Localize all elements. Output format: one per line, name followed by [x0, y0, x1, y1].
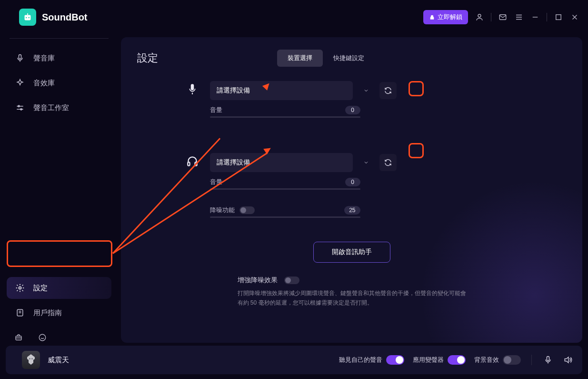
lock-icon	[429, 14, 435, 20]
user-icon[interactable]	[475, 12, 484, 22]
header-actions: 立即解鎖	[423, 10, 579, 24]
svg-rect-3	[27, 13, 28, 15]
mic-volume-value: 0	[345, 106, 360, 114]
audio-assistant-button[interactable]: 開啟音訊助手	[313, 242, 390, 263]
menu-icon[interactable]	[514, 12, 524, 22]
chevron-down-icon	[363, 88, 369, 93]
enhance-toggle[interactable]	[284, 277, 299, 284]
hear-self-toggle[interactable]	[386, 355, 404, 365]
brand-icon	[19, 9, 36, 26]
hear-self-toggle-group: 聽見自己的聲音	[339, 355, 404, 365]
enhance-description: 打開降噪增強效果將減少周圍環境聲音、鍵盤聲音和其他聲音的干擾，但聲音的變化可能會…	[238, 288, 466, 308]
sidebar-item-label: 用戶指南	[33, 308, 62, 318]
noise-reduction-value: 25	[344, 206, 360, 215]
output-volume-slider[interactable]	[210, 188, 360, 190]
settings-tabs: 裝置選擇 快捷鍵設定	[277, 50, 375, 67]
microphone-icon	[185, 82, 199, 96]
minimize-icon[interactable]	[530, 12, 540, 22]
noise-reduction-slider[interactable]	[210, 216, 360, 218]
svg-point-10	[19, 287, 21, 289]
gear-icon	[15, 283, 25, 293]
output-refresh-button[interactable]	[379, 154, 397, 171]
sparkle-icon	[15, 78, 25, 88]
mic-icon	[15, 53, 25, 63]
mic-section: 請選擇設備 音量 0	[185, 81, 518, 128]
headphone-icon	[185, 154, 199, 168]
output-device-select[interactable]: 請選擇設備	[210, 153, 353, 172]
svg-rect-14	[188, 162, 189, 166]
chevron-down-icon	[363, 160, 369, 165]
sidebar-item-voices[interactable]: 聲音庫	[7, 47, 111, 69]
mic-volume-slider[interactable]	[210, 116, 360, 118]
sliders-icon	[15, 103, 25, 113]
svg-rect-7	[19, 55, 21, 59]
refresh-icon	[384, 158, 392, 167]
sidebar-item-label: 音效庫	[33, 79, 55, 88]
svg-rect-16	[547, 357, 549, 361]
mic-select-chevron[interactable]	[359, 84, 373, 97]
sidebar-item-studio[interactable]: 聲音工作室	[7, 97, 111, 119]
enhance-title: 增強降噪效果	[238, 276, 278, 285]
svg-point-1	[26, 17, 27, 19]
voice-changer-toggle-group: 應用變聲器	[413, 355, 466, 365]
svg-point-4	[478, 14, 481, 17]
sidebar: 聲音庫 音效庫 聲音工作室 設定 用戶指南	[0, 34, 118, 346]
mic-refresh-button[interactable]	[379, 82, 397, 99]
sidebar-item-sounds[interactable]: 音效庫	[7, 72, 111, 94]
brand-name: SoundBot	[42, 12, 88, 23]
sidebar-item-label: 聲音庫	[33, 54, 55, 63]
sidebar-item-label: 設定	[33, 284, 48, 293]
chat-icon[interactable]	[37, 332, 48, 343]
book-icon	[15, 308, 25, 318]
noise-reduction-label: 降噪功能	[210, 206, 255, 215]
mic-device-select[interactable]: 請選擇設備	[210, 81, 353, 100]
sidebar-item-settings[interactable]: 設定	[7, 277, 111, 299]
tab-hotkeys[interactable]: 快捷鍵設定	[323, 50, 375, 67]
sidebar-item-guide[interactable]: 用戶指南	[7, 302, 111, 324]
svg-rect-0	[25, 15, 31, 20]
output-volume-value: 0	[345, 178, 360, 186]
unlock-button[interactable]: 立即解鎖	[423, 10, 468, 24]
close-icon[interactable]	[570, 12, 579, 22]
current-voice-name: 威震天	[48, 356, 69, 365]
page-title: 設定	[137, 51, 158, 65]
tab-device[interactable]: 裝置選擇	[277, 50, 323, 67]
sidebar-item-label: 聲音工作室	[33, 103, 69, 113]
footer-mic-icon[interactable]	[542, 354, 554, 366]
bg-sound-toggle-group: 背景音效	[474, 355, 521, 365]
voice-avatar[interactable]	[22, 351, 40, 369]
headphone-section: 請選擇設備 音量 0 降噪功能	[185, 153, 518, 228]
voice-changer-toggle[interactable]	[448, 355, 466, 365]
svg-point-13	[39, 334, 46, 341]
footer-speaker-icon[interactable]	[562, 354, 574, 366]
svg-rect-6	[556, 15, 561, 20]
svg-point-2	[28, 17, 30, 19]
brand: SoundBot	[19, 9, 88, 26]
mail-icon[interactable]	[498, 12, 508, 22]
noise-reduction-toggle[interactable]	[239, 206, 255, 214]
app-header: SoundBot 立即解鎖	[0, 0, 588, 34]
settings-panel: 設定 裝置選擇 快捷鍵設定 請選擇設備	[121, 37, 582, 343]
enhance-section: 增強降噪效果 打開降噪增強效果將減少周圍環境聲音、鍵盤聲音和其他聲音的干擾，但聲…	[238, 276, 466, 308]
output-volume-label: 音量	[210, 178, 222, 186]
mic-volume-label: 音量	[210, 106, 222, 114]
bg-sound-toggle[interactable]	[503, 355, 521, 365]
sidebar-footer	[7, 324, 111, 346]
refresh-icon	[384, 86, 392, 95]
briefcase-icon[interactable]	[13, 332, 24, 343]
footer-bar: 威震天 聽見自己的聲音 應用變聲器 背景音效	[6, 346, 582, 374]
maximize-icon[interactable]	[554, 12, 563, 22]
output-select-chevron[interactable]	[359, 156, 373, 169]
